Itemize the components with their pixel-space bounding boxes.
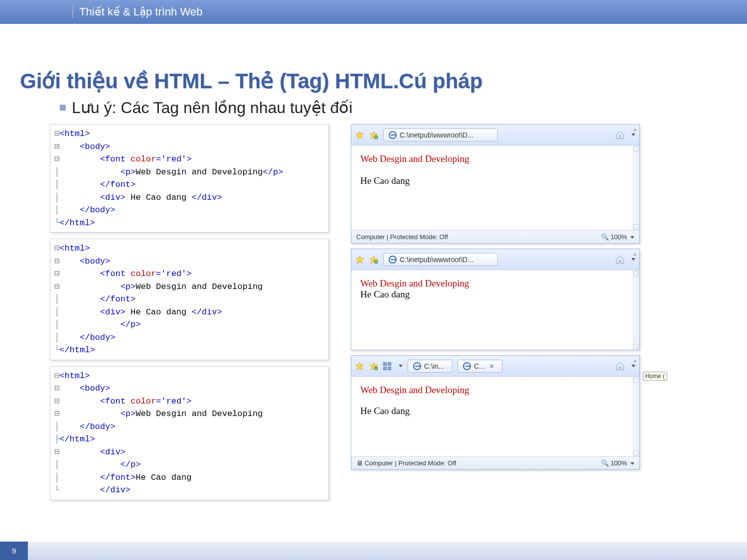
bullet-text: Lưu ý: Các Tag nên lồng nhau tuyệt đối [72, 98, 352, 117]
rendered-line-2: He Cao dang [360, 289, 623, 300]
quick-tabs-icon[interactable] [383, 362, 392, 370]
tab-path-label: C:\inetpub\wwwroot\D... [400, 256, 473, 264]
favorites-star-icon[interactable] [355, 255, 364, 264]
ie-toolbar: C:\in... C... × » Home ( [351, 356, 639, 377]
ie-statusbar: 🖥 Computer | Protected Mode: Off 🔍 100% [351, 456, 639, 469]
home-dropdown-icon[interactable] [631, 365, 635, 367]
home-icon[interactable] [615, 130, 625, 140]
header-banner: Thiết kế & Lập trình Web [0, 0, 747, 24]
browser-preview-3: C:\in... C... × » Home ( Web Desgin and [351, 355, 640, 470]
browser-column: C:\inetpub\wwwroot\D... » Web Desgin and… [351, 124, 640, 500]
status-zoom[interactable]: 🔍 100% [601, 233, 635, 241]
rendered-line-2: He Cao dang [360, 175, 623, 186]
rendered-line-1: Web Desgin and Developing [360, 385, 623, 396]
code-column: ⊟<html> ⊟ <body> ⊟ <font color='red'> │ … [50, 124, 329, 500]
browser-viewport: Web Desgin and Developing He Cao dang [351, 145, 639, 230]
home-icon[interactable] [615, 255, 625, 265]
ie-toolbar: C:\inetpub\wwwroot\D... » [351, 125, 639, 145]
status-zoom[interactable]: 🔍 100% [601, 459, 635, 467]
svg-marker-0 [356, 131, 364, 139]
ie-logo-icon [389, 131, 397, 139]
quick-tabs-dropdown-icon[interactable] [399, 365, 403, 367]
scroll-down-icon[interactable] [633, 450, 638, 455]
scroll-up-icon[interactable] [633, 378, 638, 383]
toolbar-overflow-icon[interactable]: » [633, 127, 636, 133]
rendered-line-1: Web Desgin and Developing [360, 278, 623, 289]
tab-path-label: C... [474, 362, 485, 370]
content-row: ⊟<html> ⊟ <body> ⊟ <font color='red'> │ … [0, 124, 747, 500]
browser-preview-1: C:\inetpub\wwwroot\D... » Web Desgin and… [351, 124, 640, 244]
slide-title: Giới thiệu về HTML – Thẻ (Tag) HTML.Cú p… [0, 24, 747, 98]
code-block-3: ⊟<html> ⊟ <body> ⊟ <font color='red'> ⊟ … [50, 366, 329, 500]
home-dropdown-icon[interactable] [631, 134, 635, 136]
ie-logo-icon [463, 362, 471, 370]
add-favorite-icon[interactable] [369, 255, 378, 264]
browser-tab-2-active[interactable]: C... × [457, 360, 502, 373]
status-security-label: 🖥 Computer | Protected Mode: Off [356, 459, 456, 467]
home-icon[interactable] [615, 361, 625, 371]
status-security-label: Computer | Protected Mode: Off [356, 233, 448, 241]
slide-bullet: Lưu ý: Các Tag nên lồng nhau tuyệt đối [0, 98, 747, 117]
add-favorite-icon[interactable] [369, 362, 378, 371]
browser-viewport: Web Desgin and Developing He Cao dang [351, 377, 639, 456]
svg-marker-3 [356, 256, 364, 263]
bullet-square-icon [60, 105, 66, 111]
favorites-star-icon[interactable] [355, 131, 364, 140]
home-tooltip: Home ( [643, 372, 667, 381]
code-block-2: ⊟<html> ⊟ <body> ⊟ <font color='red'> ⊟ … [50, 239, 329, 360]
rendered-line-1: Web Desgin and Developing [360, 153, 623, 164]
tab-close-icon[interactable]: × [490, 362, 494, 370]
favorites-star-icon[interactable] [355, 362, 364, 371]
scroll-up-icon[interactable] [633, 271, 638, 276]
tab-path-label: C:\in... [424, 362, 444, 370]
ie-logo-icon [389, 256, 397, 264]
scroll-up-icon[interactable] [633, 146, 638, 151]
browser-preview-2: C:\inetpub\wwwroot\D... » Web Desgin and… [351, 249, 640, 350]
browser-tab[interactable]: C:\inetpub\wwwroot\D... [383, 129, 498, 141]
ie-statusbar: Computer | Protected Mode: Off 🔍 100% [351, 230, 639, 243]
tab-path-label: C:\inetpub\wwwroot\D... [400, 131, 473, 139]
course-title: Thiết kế & Lập trình Web [72, 5, 202, 18]
browser-tab[interactable]: C:\inetpub\wwwroot\D... [383, 253, 498, 266]
home-dropdown-icon[interactable] [631, 258, 635, 261]
toolbar-overflow-icon[interactable]: » [633, 251, 636, 257]
browser-tab-1[interactable]: C:\in... [408, 360, 452, 373]
rendered-line-2: He Cao dang [360, 406, 623, 417]
footer-strip [0, 542, 747, 560]
add-favorite-icon[interactable] [369, 131, 378, 140]
svg-marker-6 [356, 362, 364, 370]
code-block-1: ⊟<html> ⊟ <body> ⊟ <font color='red'> │ … [50, 124, 329, 233]
page-number: 9 [0, 542, 28, 560]
ie-logo-icon [413, 362, 421, 370]
toolbar-overflow-icon[interactable]: » [633, 358, 636, 364]
scroll-down-icon[interactable] [633, 344, 638, 349]
scroll-down-icon[interactable] [633, 224, 638, 229]
ie-toolbar: C:\inetpub\wwwroot\D... » [351, 249, 639, 270]
browser-viewport: Web Desgin and Developing He Cao dang [351, 270, 639, 350]
